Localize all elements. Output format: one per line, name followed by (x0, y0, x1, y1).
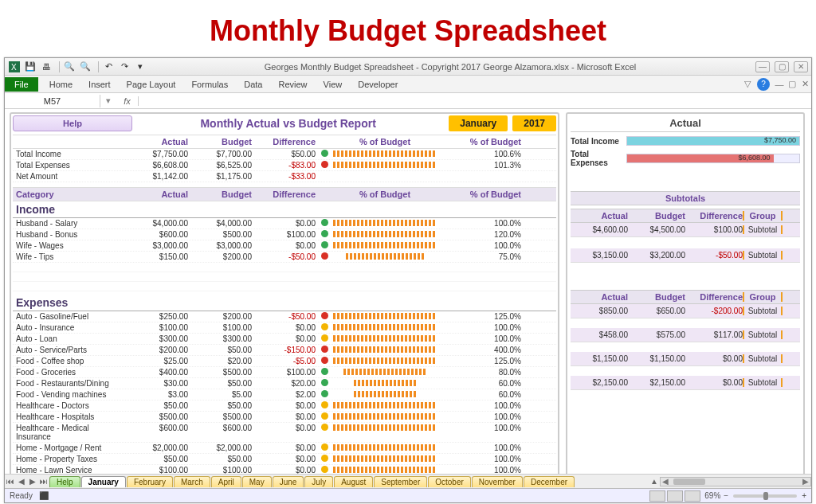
undo-icon[interactable]: ↶ (102, 61, 115, 73)
table-row[interactable]: Home - Mortgage / Rent$2,000.00$2,000.00… (13, 443, 556, 454)
sheet-tab-october[interactable]: October (428, 476, 471, 487)
name-box[interactable]: M57 (5, 95, 100, 107)
maximize-icon[interactable]: ▢ (775, 61, 789, 72)
ribbon-tabs: File HomeInsertPage LayoutFormulasDataRe… (5, 76, 811, 93)
ribbon-tab-data[interactable]: Data (236, 77, 270, 92)
sheet-tab-april[interactable]: April (211, 476, 241, 487)
svg-text:X: X (11, 63, 17, 72)
save-icon[interactable]: 💾 (24, 61, 37, 73)
status-dot-icon (321, 219, 328, 226)
table-row[interactable]: Healthcare - Hospitals$500.00$500.00$0.0… (13, 412, 556, 423)
view-layout-icon[interactable] (667, 490, 683, 502)
subtotals-header-income: Actual Budget Difference Group (571, 209, 800, 223)
ribbon-tab-formulas[interactable]: Formulas (183, 77, 236, 92)
help-icon[interactable]: ? (757, 78, 770, 91)
page-headline: Monthly Budget Spreadsheet (0, 0, 816, 57)
excel-window: X 💾 🖶 🔍 🔍 ↶ ↷ ▾ Georges Monthly Budget S… (4, 57, 812, 503)
sheet-tab-july[interactable]: July (304, 476, 333, 487)
table-row[interactable]: Auto - Service/Parts$200.00$50.00-$150.0… (13, 345, 556, 356)
file-tab[interactable]: File (5, 77, 38, 92)
actual-chart-title: Actual (571, 117, 800, 132)
close-icon[interactable]: ✕ (794, 61, 808, 72)
table-row[interactable]: Auto - Loan$300.00$300.00$0.00100.0% (13, 334, 556, 345)
table-row[interactable]: Total Income$7,750.00$7,700.00$50.00100.… (13, 149, 556, 160)
hscroll-thumb[interactable] (673, 479, 705, 485)
status-dot-icon (321, 379, 328, 386)
table-row[interactable]: Healthcare - Doctors$50.00$50.00$0.00100… (13, 400, 556, 412)
macro-record-icon[interactable]: ⬛ (39, 491, 49, 500)
find-icon[interactable]: 🔍 (63, 61, 76, 73)
view-break-icon[interactable] (685, 490, 700, 502)
ribbon-tab-view[interactable]: View (316, 77, 351, 92)
sheet-tab-help[interactable]: Help (49, 476, 80, 487)
ribbon-tab-page-layout[interactable]: Page Layout (119, 77, 184, 92)
table-row[interactable]: Husband - Salary$4,000.00$4,000.00$0.001… (13, 218, 556, 229)
table-row[interactable]: Auto - Insurance$100.00$100.00$0.00100.0… (13, 322, 556, 334)
table-row[interactable]: Husband - Bonus$600.00$500.00$100.00120.… (13, 229, 556, 240)
sheet-tab-august[interactable]: August (334, 476, 373, 487)
doc-close-icon[interactable]: ✕ (798, 79, 811, 89)
sheet-tab-june[interactable]: June (273, 476, 304, 487)
ribbon-tab-developer[interactable]: Developer (350, 77, 406, 92)
tab-nav-first-icon[interactable]: ⏮ (5, 477, 16, 486)
sheet-tab-february[interactable]: February (127, 476, 173, 487)
status-dot-icon (321, 252, 328, 260)
quick-access-toolbar: X 💾 🖶 🔍 🔍 ↶ ↷ ▾ Georges Monthly Budget S… (5, 58, 811, 76)
table-row[interactable]: Food - Groceries$400.00$500.00$100.0080.… (13, 367, 556, 378)
zoom-slider[interactable] (733, 494, 797, 498)
print-icon[interactable]: 🖶 (40, 61, 53, 73)
table-row[interactable]: Wife - Tips$150.00$200.00-$50.0075.0% (13, 252, 556, 263)
chart-bar-row: Total Income$7,750.00 (571, 136, 800, 146)
hscroll-right-icon[interactable]: ▶ (801, 477, 810, 486)
ribbon-tab-home[interactable]: Home (41, 77, 80, 92)
find-all-icon[interactable]: 🔍 (79, 61, 92, 73)
hscrollbar[interactable]: ◀ ▶ (660, 477, 811, 486)
ribbon-minimize-icon[interactable]: ▽ (741, 79, 754, 89)
qat-dropdown-icon[interactable]: ▾ (134, 61, 147, 73)
subtotal-row: $2,150.00$2,150.00$0.00Subtotal (571, 376, 800, 390)
view-normal-icon[interactable] (649, 490, 665, 502)
ribbon-tab-review[interactable]: Review (270, 77, 315, 92)
table-row[interactable]: Food - Vending machines$3.00$5.00$2.0060… (13, 389, 556, 400)
doc-restore-icon[interactable]: ▢ (786, 79, 798, 89)
zoom-out-icon[interactable]: − (724, 491, 728, 500)
sheet-tab-may[interactable]: May (242, 476, 272, 487)
table-row[interactable]: Net Amount$1,142.00$1,175.00-$33.00 (13, 171, 556, 182)
sheet-tab-december[interactable]: December (524, 476, 575, 487)
tab-nav-prev-icon[interactable]: ◀ (16, 477, 27, 486)
doc-minimize-icon[interactable]: — (773, 80, 786, 89)
status-dot-icon (321, 241, 328, 248)
ribbon-tab-insert[interactable]: Insert (80, 77, 119, 92)
redo-icon[interactable]: ↷ (118, 61, 131, 73)
sheet-tab-november[interactable]: November (472, 476, 523, 487)
help-button[interactable]: Help (13, 115, 132, 131)
month-badge: January (449, 115, 508, 131)
summary-header: Actual Budget Difference % of Budget % o… (13, 135, 556, 149)
sheet-tab-january[interactable]: January (81, 476, 126, 487)
status-bar: Ready ⬛ 69% − + (5, 488, 811, 502)
table-row[interactable]: Food - Coffee shop$25.00$20.00-$5.00125.… (13, 356, 556, 367)
hscroll-left-icon[interactable]: ◀ (661, 477, 670, 486)
table-row[interactable]: Home - Property Taxes$50.00$50.00$0.0010… (13, 454, 556, 465)
table-row[interactable]: Total Expenses$6,608.00$6,525.00-$83.001… (13, 160, 556, 171)
worksheet[interactable]: Help Monthly Actual vs Budget Report Jan… (5, 109, 811, 474)
table-row[interactable]: Home - Lawn Service$100.00$100.00$0.0010… (13, 465, 556, 474)
table-row[interactable]: Food - Restaurants/Dining$30.00$50.00$20… (13, 378, 556, 389)
namebox-dropdown-icon[interactable]: ▾ (100, 96, 116, 106)
table-row[interactable]: Auto - Gasoline/Fuel$250.00$200.00-$50.0… (13, 311, 556, 322)
tab-nav-last-icon[interactable]: ⏭ (38, 477, 49, 486)
minimize-icon[interactable]: — (755, 61, 770, 72)
fx-icon[interactable]: fx (116, 96, 139, 106)
table-row[interactable]: Healthcare - Medical Insurance$600.00$60… (13, 423, 556, 443)
sheet-tab-march[interactable]: March (174, 476, 210, 487)
excel-icon: X (8, 61, 21, 73)
formula-input[interactable] (139, 95, 811, 107)
status-dot-icon (321, 390, 328, 397)
tab-nav-next-icon[interactable]: ▶ (27, 477, 38, 486)
status-dot-icon (321, 424, 328, 431)
table-row[interactable]: Wife - Wages$3,000.00$3,000.00$0.00100.0… (13, 240, 556, 252)
sheet-tab-september[interactable]: September (374, 476, 427, 487)
vscroll-up-icon[interactable]: ▲ (649, 477, 660, 486)
window-title: Georges Monthly Budget Spreadsheet - Cop… (150, 62, 751, 72)
zoom-in-icon[interactable]: + (802, 491, 806, 500)
